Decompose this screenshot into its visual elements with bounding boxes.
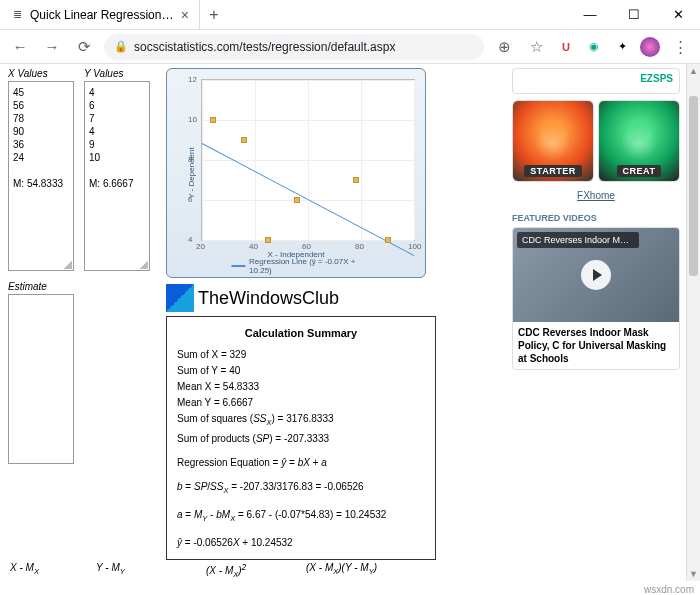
back-button[interactable]: ←: [8, 35, 32, 59]
summary-line: b = SP/SSX = -207.33/3176.83 = -0.06526: [177, 479, 425, 499]
video-title: CDC Reverses Indoor Mask Policy, C for U…: [513, 322, 679, 369]
summary-line: Sum of Y = 40: [177, 363, 425, 379]
summary-heading: Calculation Summary: [177, 325, 425, 347]
scroll-up-icon[interactable]: ▲: [687, 64, 700, 78]
summary-line: Sum of products (SP) = -207.3333: [177, 431, 425, 447]
vertical-scrollbar[interactable]: ▲ ▼: [686, 64, 700, 581]
minimize-button[interactable]: —: [568, 0, 612, 29]
estimate-textarea[interactable]: [8, 294, 74, 464]
forward-button[interactable]: →: [40, 35, 64, 59]
source-watermark: wsxdn.com: [644, 584, 694, 595]
summary-line: Sum of squares (SSX) = 3176.8333: [177, 411, 425, 431]
ad-banner[interactable]: EZSPS: [512, 68, 680, 94]
tab-close-icon[interactable]: ×: [181, 7, 189, 23]
y-values-textarea[interactable]: 4 6 7 4 9 10 M: 6.6667: [84, 81, 150, 271]
col-header: (X - MX)2: [206, 562, 306, 579]
summary-line: Sum of X = 329: [177, 347, 425, 363]
scatter-chart: 204060801004681012 Y - Dependent X - Ind…: [166, 68, 426, 278]
browser-tab[interactable]: ≣ Quick Linear Regression Calculat ×: [0, 0, 200, 29]
scroll-down-icon[interactable]: ▼: [687, 567, 700, 581]
lock-icon: 🔒: [114, 40, 128, 53]
extension-u-icon[interactable]: U: [556, 37, 576, 57]
estimate-label: Estimate: [8, 281, 74, 294]
video-overlay-title: CDC Reverses Indoor Mask P...: [517, 232, 639, 248]
summary-line: ŷ = -0.06526X + 10.24532: [177, 535, 425, 551]
close-window-button[interactable]: ✕: [656, 0, 700, 29]
window-titlebar: ≣ Quick Linear Regression Calculat × + —…: [0, 0, 700, 30]
profile-avatar[interactable]: [640, 37, 660, 57]
table-header-row: X - MX Y - MY (X - MX)2 (X - MX)(Y - MY): [10, 562, 498, 579]
favicon-icon: ≣: [10, 8, 24, 22]
bookmark-icon[interactable]: ☆: [524, 35, 548, 59]
x-values-textarea[interactable]: 45 56 78 90 36 24 M: 54.8333: [8, 81, 74, 271]
browser-toolbar: ← → ⟳ 🔒 socscistatistics.com/tests/regre…: [0, 30, 700, 64]
extension-green-icon[interactable]: ◉: [584, 37, 604, 57]
summary-line: Mean X = 54.8333: [177, 379, 425, 395]
calculation-summary: Calculation Summary Sum of X = 329 Sum o…: [166, 316, 436, 560]
summary-line: a = MY - bMX = 6.67 - (-0.07*54.83) = 10…: [177, 507, 425, 527]
maximize-button[interactable]: ☐: [612, 0, 656, 29]
y-values-label: Y Values: [84, 68, 150, 81]
col-header: X - MX: [10, 562, 96, 579]
extensions-icon[interactable]: ✦: [612, 37, 632, 57]
play-icon[interactable]: [581, 260, 611, 290]
col-header: Y - MY: [96, 562, 206, 579]
featured-videos-label: FEATURED VIDEOS: [512, 209, 680, 227]
url-text: socscistatistics.com/tests/regression/de…: [134, 40, 395, 54]
x-values-label: X Values: [8, 68, 74, 81]
featured-video[interactable]: CDC Reverses Indoor Mask P... CDC Revers…: [512, 227, 680, 370]
summary-line: Regression Equation = ŷ = bX + a: [177, 455, 425, 471]
windowsclub-logo-icon: [166, 284, 194, 312]
menu-icon[interactable]: ⋮: [668, 35, 692, 59]
search-icon[interactable]: ⊕: [492, 35, 516, 59]
reload-button[interactable]: ⟳: [72, 35, 96, 59]
page-content: X Values 45 56 78 90 36 24 M: 54.8333 Es…: [0, 64, 508, 581]
windowsclub-text: TheWindowsClub: [198, 288, 339, 309]
chart-ylabel: Y - Dependent: [187, 147, 196, 198]
new-tab-button[interactable]: +: [200, 0, 228, 29]
chart-legend: Regression Line (ŷ = -0.07X + 10.25): [232, 257, 361, 275]
ad-mascot-starter[interactable]: STARTER: [512, 100, 594, 182]
watermark-overlay: TheWindowsClub: [166, 284, 436, 312]
ad-link[interactable]: FXhome: [512, 186, 680, 209]
col-header: (X - MX)(Y - MY): [306, 562, 377, 579]
tab-title: Quick Linear Regression Calculat: [30, 8, 175, 22]
scrollbar-thumb[interactable]: [689, 96, 698, 276]
ad-mascot-creat[interactable]: CREAT: [598, 100, 680, 182]
summary-line: Mean Y = 6.6667: [177, 395, 425, 411]
sidebar-ads: EZSPS STARTER CREAT FXhome FEATURED VIDE…: [508, 64, 686, 581]
address-bar[interactable]: 🔒 socscistatistics.com/tests/regression/…: [104, 34, 484, 60]
